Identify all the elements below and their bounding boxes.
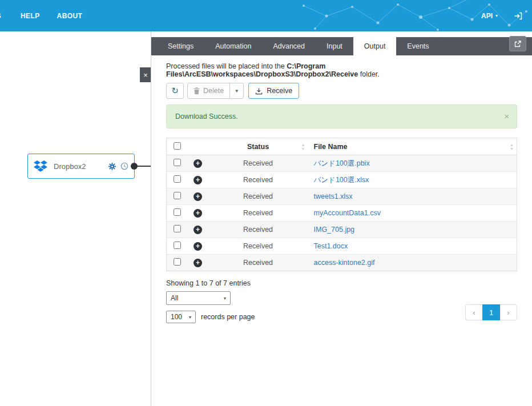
pagination-next-button[interactable]: › (499, 304, 517, 320)
delete-menu-caret-button[interactable]: ▾ (229, 83, 244, 99)
file-link[interactable]: IMG_705.jpg (314, 226, 355, 234)
pagination-prev-button[interactable]: ‹ (465, 304, 483, 320)
output-toolbar: ↻ Delete ▾ Rece (166, 83, 517, 99)
select-all-checkbox[interactable] (174, 142, 181, 150)
caret-down-icon: ▾ (495, 13, 498, 18)
row-checkbox[interactable] (174, 258, 181, 266)
clock-icon (120, 162, 128, 170)
table-header-row: Status ▲▼ File Name ▲▼ (167, 138, 517, 155)
caret-down-icon: ▾ (235, 88, 238, 94)
tab-input[interactable]: Input (316, 37, 353, 55)
tab-output[interactable]: Output (353, 37, 397, 55)
api-dropdown-label: API (481, 12, 493, 20)
api-dropdown[interactable]: API ▾ (481, 12, 498, 20)
file-link[interactable]: Test1.docx (314, 242, 348, 250)
showing-entries-text: Showing 1 to 7 of 7 entries (166, 279, 517, 287)
tab-automation[interactable]: Automation (204, 37, 262, 55)
navbar-clipped-text: S (0, 11, 4, 20)
refresh-button[interactable]: ↻ (166, 83, 184, 99)
status-cell: Received (243, 259, 273, 267)
filter-select[interactable]: All ▾ (166, 291, 231, 305)
nav-item-about[interactable]: ABOUT (49, 12, 91, 20)
nav-item-help[interactable]: HELP (12, 12, 49, 20)
status-cell: Received (243, 226, 273, 234)
expand-row-icon[interactable]: + (194, 209, 202, 218)
top-navbar: S HELP ABOUT API ▾ (0, 0, 532, 31)
logout-icon (514, 11, 523, 21)
page-size-select[interactable]: 100 ▾ (166, 311, 196, 323)
row-checkbox[interactable] (174, 175, 181, 183)
tab-events[interactable]: Events (396, 37, 440, 55)
row-checkbox[interactable] (174, 225, 181, 232)
header-status[interactable]: Status ▲▼ (208, 138, 308, 155)
row-checkbox[interactable] (174, 242, 181, 249)
logout-button[interactable] (514, 11, 523, 21)
expand-row-icon[interactable]: + (194, 159, 202, 168)
gear-icon (108, 162, 116, 171)
node-label: Dropbox2 (54, 162, 108, 171)
expand-row-icon[interactable]: + (194, 226, 202, 234)
delete-button[interactable]: Delete (187, 83, 230, 99)
tab-advanced[interactable]: Advanced (262, 37, 316, 55)
download-icon (255, 87, 263, 95)
connector-details-panel: Settings Automation Advanced Input Outpu… (151, 31, 532, 406)
status-cell: Received (243, 176, 273, 184)
receive-button-label: Receive (267, 87, 292, 95)
output-connector-handle[interactable] (131, 163, 138, 170)
header-expand (188, 138, 208, 155)
connector-node-dropbox2[interactable]: Dropbox2 (27, 154, 135, 179)
close-panel-button[interactable]: × (140, 67, 151, 82)
navbar-right: API ▾ (481, 0, 523, 31)
file-link[interactable]: バンド100選.xlsx (314, 176, 369, 184)
expand-row-icon[interactable]: + (194, 259, 202, 267)
table-row: + Received バンド100選.pbix (167, 155, 517, 172)
status-cell: Received (243, 159, 273, 167)
row-checkbox[interactable] (174, 192, 181, 199)
receive-button[interactable]: Receive (248, 83, 299, 99)
chevron-left-icon: ‹ (473, 308, 475, 317)
node-settings-button[interactable] (108, 162, 116, 171)
row-checkbox[interactable] (174, 208, 181, 216)
table-row: + Received myAccountData1.csv (167, 205, 517, 222)
chevron-down-icon: ▾ (224, 296, 226, 301)
file-link[interactable]: バンド100選.pbix (314, 159, 370, 167)
open-in-new-window-button[interactable] (509, 36, 526, 51)
expand-row-icon[interactable]: + (194, 242, 202, 251)
alert-message: Download Success. (175, 112, 238, 120)
navbar-menu: HELP ABOUT (12, 12, 91, 20)
filter-select-value: All (171, 294, 178, 302)
files-table-wrap: Status ▲▼ File Name ▲▼ + Received (166, 138, 517, 271)
header-file-name[interactable]: File Name ▲▼ (308, 138, 517, 155)
chevron-down-icon: ▾ (189, 315, 191, 320)
trash-icon (194, 87, 200, 94)
expand-row-icon[interactable]: + (194, 192, 202, 201)
status-cell: Received (243, 192, 273, 200)
file-link[interactable]: tweets1.xlsx (314, 192, 353, 200)
row-checkbox[interactable] (174, 159, 181, 166)
table-row: + Received tweets1.xlsx (167, 188, 517, 205)
files-table: Status ▲▼ File Name ▲▼ + Received (166, 138, 517, 271)
file-link[interactable]: access-kintone2.gif (314, 259, 375, 267)
chevron-right-icon: › (507, 308, 509, 317)
delete-button-label: Delete (203, 87, 224, 95)
external-link-icon (514, 40, 522, 48)
pagination-page-1-button[interactable]: 1 (482, 304, 500, 320)
output-folder-description: Processed files will be placed into the … (166, 62, 517, 78)
table-row: + Received バンド100選.xlsx (167, 172, 517, 188)
pagination: ‹ 1 › (465, 304, 517, 320)
alert-close-icon[interactable]: × (504, 111, 509, 121)
success-alert: Download Success. × (166, 104, 517, 128)
app-window: S HELP ABOUT API ▾ (0, 0, 532, 406)
file-link[interactable]: myAccountData1.csv (314, 209, 381, 217)
status-cell: Received (243, 209, 273, 217)
expand-row-icon[interactable]: + (194, 176, 202, 184)
page-size-value: 100 (171, 313, 182, 321)
header-select-all (167, 138, 188, 155)
table-row: + Received IMG_705.jpg (167, 222, 517, 238)
flow-canvas[interactable]: Dropbox2 (0, 31, 151, 406)
panel-tabbar: Settings Automation Advanced Input Outpu… (151, 37, 532, 55)
sort-icon: ▲▼ (510, 143, 514, 151)
table-row: + Received access-kintone2.gif (167, 255, 517, 271)
node-schedule-button[interactable] (120, 162, 128, 170)
tab-settings[interactable]: Settings (157, 37, 204, 55)
